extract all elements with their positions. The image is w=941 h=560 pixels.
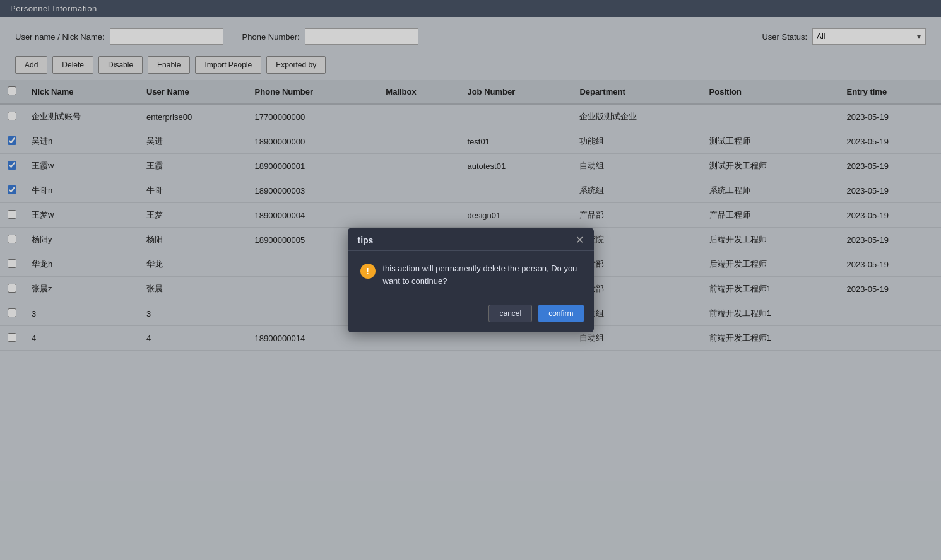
modal-message: this action will permanently delete the …: [383, 262, 581, 287]
modal-footer: cancel confirm: [348, 298, 594, 332]
warning-icon: !: [360, 264, 376, 279]
modal-header: tips ✕: [348, 228, 594, 251]
main-panel: Personnel Information User name / Nick N…: [0, 0, 941, 560]
confirm-modal: tips ✕ ! this action will permanently de…: [348, 228, 594, 332]
modal-overlay: tips ✕ ! this action will permanently de…: [0, 0, 941, 560]
modal-title: tips: [358, 235, 374, 245]
modal-close-button[interactable]: ✕: [576, 235, 584, 245]
confirm-button[interactable]: confirm: [538, 305, 583, 322]
cancel-button[interactable]: cancel: [488, 305, 532, 322]
modal-body: ! this action will permanently delete th…: [348, 251, 594, 298]
